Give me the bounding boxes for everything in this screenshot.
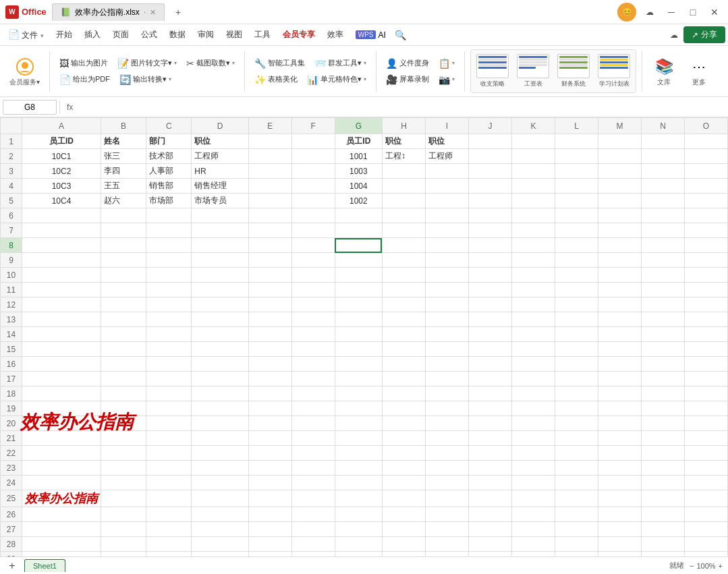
cell-c17[interactable] <box>146 372 192 386</box>
cell-c24[interactable] <box>146 476 192 490</box>
cell-n8[interactable] <box>641 238 684 253</box>
cell-g24[interactable] <box>335 476 382 490</box>
cell-e9[interactable] <box>248 253 291 268</box>
cell-g3[interactable]: 1003 <box>335 164 382 179</box>
cell-j4[interactable] <box>468 179 511 194</box>
cell-m7[interactable] <box>598 223 641 238</box>
cell-c14[interactable] <box>146 327 192 342</box>
cell-n17[interactable] <box>641 372 684 386</box>
cell-f15[interactable] <box>291 342 335 357</box>
cell-a16[interactable] <box>22 357 101 372</box>
cell-o3[interactable] <box>684 164 727 179</box>
cell-k18[interactable] <box>511 386 555 401</box>
cell-d26[interactable] <box>192 507 248 522</box>
cell-l22[interactable] <box>555 446 598 461</box>
cell-f20[interactable] <box>291 416 335 431</box>
cell-b27[interactable] <box>101 522 146 537</box>
cell-o26[interactable] <box>684 507 727 522</box>
col-header-g[interactable]: G <box>335 118 382 134</box>
col-header-m[interactable]: M <box>598 118 641 134</box>
zoom-out-btn[interactable]: − <box>690 562 694 570</box>
cell-i17[interactable] <box>425 372 468 386</box>
cell-g15[interactable] <box>335 342 382 357</box>
menu-review[interactable]: 审阅 <box>192 26 219 43</box>
cell-f2[interactable] <box>291 149 335 164</box>
cell-g26[interactable] <box>335 507 382 522</box>
cell-e25[interactable] <box>248 490 291 507</box>
menu-efficiency[interactable]: 效率 <box>322 26 349 43</box>
cell-c2[interactable]: 技术部 <box>146 149 192 164</box>
cell-o19[interactable] <box>684 401 727 416</box>
cell-j12[interactable] <box>468 297 511 312</box>
cell-j11[interactable] <box>468 283 511 297</box>
cell-a4[interactable]: 10C3 <box>22 179 101 194</box>
cell-k27[interactable] <box>511 522 555 537</box>
cell-m12[interactable] <box>598 297 641 312</box>
cell-c6[interactable] <box>146 208 192 223</box>
cell-i29[interactable] <box>425 552 468 557</box>
cell-b24[interactable] <box>101 476 146 490</box>
cloud-btn[interactable]: ☁ <box>642 4 658 20</box>
cell-e19[interactable] <box>248 401 291 416</box>
cell-e13[interactable] <box>248 312 291 327</box>
cell-k7[interactable] <box>511 223 555 238</box>
cell-i2[interactable]: 工程师 <box>425 149 468 164</box>
cell-l6[interactable] <box>555 208 598 223</box>
cell-b6[interactable] <box>101 208 146 223</box>
cell-m27[interactable] <box>598 522 641 537</box>
cell-f7[interactable] <box>291 223 335 238</box>
cell-f1[interactable] <box>291 134 335 149</box>
cell-h27[interactable] <box>382 522 425 537</box>
add-sheet-btn[interactable]: + <box>5 559 19 573</box>
cell-n9[interactable] <box>641 253 684 268</box>
cell-j16[interactable] <box>468 357 511 372</box>
cell-c28[interactable] <box>146 537 192 552</box>
cell-h18[interactable] <box>382 386 425 401</box>
cell-d20[interactable] <box>192 416 248 431</box>
cell-a10[interactable] <box>22 268 101 283</box>
cell-k11[interactable] <box>511 283 555 297</box>
cell-m11[interactable] <box>598 283 641 297</box>
cell-j28[interactable] <box>468 537 511 552</box>
cell-e22[interactable] <box>248 446 291 461</box>
cell-k26[interactable] <box>511 507 555 522</box>
cell-a6[interactable] <box>22 208 101 223</box>
cell-n11[interactable] <box>641 283 684 297</box>
cell-f18[interactable] <box>291 386 335 401</box>
cell-a14[interactable] <box>22 327 101 342</box>
cell-k29[interactable] <box>511 552 555 557</box>
cell-n24[interactable] <box>641 476 684 490</box>
cell-c5[interactable]: 市场部 <box>146 194 192 208</box>
col-header-d[interactable]: D <box>192 118 248 134</box>
cell-i21[interactable] <box>425 431 468 446</box>
cell-l21[interactable] <box>555 431 598 446</box>
cell-h9[interactable] <box>382 253 425 268</box>
maximize-btn[interactable]: □ <box>685 4 701 20</box>
cell-f10[interactable] <box>291 268 335 283</box>
cell-d29[interactable] <box>192 552 248 557</box>
cell-g7[interactable] <box>335 223 382 238</box>
cell-c23[interactable] <box>146 461 192 476</box>
cell-i20[interactable] <box>425 416 468 431</box>
cell-n4[interactable] <box>641 179 684 194</box>
cell-d5[interactable]: 市场专员 <box>192 194 248 208</box>
cell-e28[interactable] <box>248 537 291 552</box>
cell-n20[interactable] <box>641 416 684 431</box>
cell-f24[interactable] <box>291 476 335 490</box>
col-header-l[interactable]: L <box>555 118 598 134</box>
cell-o27[interactable] <box>684 522 727 537</box>
menu-tools[interactable]: 工具 <box>249 26 276 43</box>
cell-b12[interactable] <box>101 297 146 312</box>
cell-g5[interactable]: 1002 <box>335 194 382 208</box>
template-salary[interactable]: 工资表 <box>514 53 552 90</box>
cell-n5[interactable] <box>641 194 684 208</box>
bulk-tools-btn[interactable]: 📨 群发工具▾ ▾ <box>310 56 370 71</box>
cell-h5[interactable] <box>382 194 425 208</box>
cell-o28[interactable] <box>684 537 727 552</box>
cell-d7[interactable] <box>192 223 248 238</box>
cell-i9[interactable] <box>425 253 468 268</box>
cell-a17[interactable] <box>22 372 101 386</box>
cell-c1[interactable]: 部门 <box>146 134 192 149</box>
cell-e20[interactable] <box>248 416 291 431</box>
cell-g14[interactable] <box>335 327 382 342</box>
